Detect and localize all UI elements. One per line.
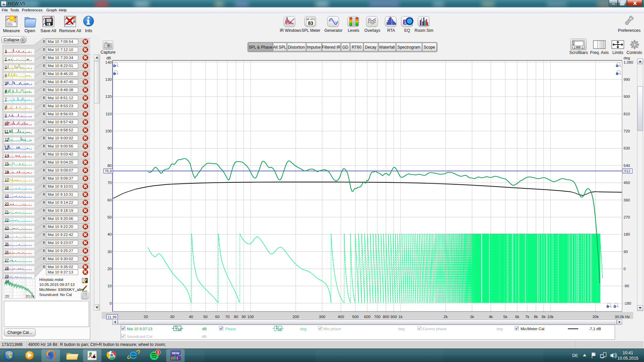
svg-text:deg: deg — [496, 327, 503, 331]
svg-text:Mai 10 7:20:34: Mai 10 7:20:34 — [48, 56, 73, 60]
svg-text:Soundcard: No Cal: Soundcard: No Cal — [39, 293, 72, 297]
svg-text:18: 18 — [5, 186, 9, 190]
svg-text:IR Windows: IR Windows — [280, 28, 301, 33]
svg-text:5k: 5k — [503, 315, 507, 319]
svg-text:28: 28 — [5, 266, 9, 270]
svg-text:19: 19 — [5, 194, 9, 198]
svg-text:15: 15 — [5, 162, 9, 166]
svg-text:30: 30 — [107, 250, 112, 254]
svg-text:Waterfall: Waterfall — [379, 45, 395, 50]
svg-text:Controls: Controls — [627, 50, 642, 55]
svg-text:12: 12 — [5, 137, 9, 141]
svg-text:Mai 10 7:12:10: Mai 10 7:12:10 — [48, 48, 73, 52]
svg-text:Mai 10 9:00:56: Mai 10 9:00:56 — [48, 144, 73, 148]
svg-text:Soundcard Cal: Soundcard Cal — [127, 335, 152, 339]
svg-text:-90: -90 — [624, 284, 629, 288]
svg-text:1: 1 — [175, 326, 177, 329]
svg-text:25: 25 — [5, 242, 9, 246]
svg-text:2: 2 — [5, 57, 7, 61]
svg-text:EQ: EQ — [404, 28, 410, 33]
svg-text:900: 900 — [390, 315, 397, 319]
svg-text:Remove All: Remove All — [59, 28, 81, 33]
svg-text:900: 900 — [624, 95, 630, 99]
svg-text:130: 130 — [105, 77, 112, 81]
svg-text:700: 700 — [374, 315, 380, 319]
svg-text:Impulse: Impulse — [307, 45, 321, 50]
svg-text:10.05.2015 09:37:13: 10.05.2015 09:37:13 — [39, 283, 75, 287]
svg-text:990: 990 — [624, 77, 630, 81]
svg-text:Mai 10 8:53:23: Mai 10 8:53:23 — [48, 104, 73, 108]
svg-text:14: 14 — [5, 154, 9, 158]
svg-text:1k: 1k — [398, 315, 402, 319]
svg-text:Mai 10 9:03:42: Mai 10 9:03:42 — [48, 152, 73, 156]
svg-text:1.080: 1.080 — [624, 60, 633, 64]
svg-text:Mai 10 9:20:06: Mai 10 9:20:06 — [48, 217, 73, 221]
svg-text:800: 800 — [383, 315, 389, 319]
svg-text:300: 300 — [319, 315, 325, 319]
svg-text:-7,1 dB: -7,1 dB — [589, 327, 601, 331]
svg-text:Mai 10 9:14:22: Mai 10 9:14:22 — [48, 200, 73, 204]
svg-text:Mai 10 9:09:37: Mai 10 9:09:37 — [48, 176, 73, 180]
svg-text:deg: deg — [300, 327, 306, 331]
svg-text:7k: 7k — [525, 315, 529, 319]
svg-text:20: 20 — [5, 202, 9, 206]
svg-text:Mai 10 7:05:54: Mai 10 7:05:54 — [48, 40, 73, 44]
svg-text:Levels: Levels — [348, 28, 360, 33]
svg-text:4k: 4k — [489, 315, 493, 319]
svg-text:50: 50 — [203, 315, 208, 319]
svg-text:Hörplatz.mdat: Hörplatz.mdat — [39, 278, 63, 282]
svg-text:V5.0: V5.0 — [178, 355, 182, 357]
svg-text:9: 9 — [5, 113, 7, 117]
svg-text:All SPL: All SPL — [273, 45, 286, 50]
svg-text:7: 7 — [5, 97, 7, 101]
svg-text:Overlays: Overlays — [364, 28, 380, 33]
svg-text:Mai 10 8:58:52: Mai 10 8:58:52 — [48, 128, 73, 132]
svg-text:1: 1 — [5, 49, 7, 53]
svg-text:Mai 10 9:37:13: Mai 10 9:37:13 — [48, 270, 73, 274]
svg-text:Change Cal...: Change Cal... — [7, 330, 32, 335]
svg-text:13: 13 — [5, 145, 9, 149]
svg-text:Mai 10 9:25:27: Mai 10 9:25:27 — [48, 249, 73, 253]
svg-text:540: 540 — [624, 164, 630, 168]
svg-text:10: 10 — [5, 121, 9, 125]
svg-text:-180: -180 — [624, 301, 631, 305]
svg-text:20,0k: 20,0k — [25, 294, 35, 298]
svg-text:Mai 10 9:35:02: Mai 10 9:35:02 — [48, 265, 73, 269]
svg-text:90: 90 — [241, 315, 246, 319]
svg-text:0: 0 — [110, 301, 112, 305]
svg-text:Mai 10 9:00:02: Mai 10 9:00:02 — [48, 136, 73, 140]
svg-text:20: 20 — [144, 315, 148, 319]
svg-text:DE: DE — [572, 353, 578, 358]
svg-text:600: 600 — [364, 315, 370, 319]
svg-text:180: 180 — [624, 232, 630, 236]
svg-text:Mai 10 8:56:03: Mai 10 8:56:03 — [48, 112, 73, 116]
svg-text:Spectrogram: Spectrogram — [397, 45, 421, 50]
svg-text:Room Sim: Room Sim — [415, 28, 433, 33]
svg-text:21: 21 — [5, 210, 9, 214]
svg-text:Limits: Limits — [612, 50, 624, 55]
svg-text:Distortion: Distortion — [288, 45, 305, 50]
svg-text:22: 22 — [5, 218, 9, 222]
svg-text:3: 3 — [5, 65, 7, 69]
svg-text:Mai 10 8:49:38: Mai 10 8:49:38 — [48, 88, 73, 92]
svg-text:8: 8 — [5, 105, 7, 109]
svg-text:0: 0 — [353, 17, 355, 20]
svg-text:Generator: Generator — [324, 28, 342, 33]
svg-text:Mai 10 8:46:20: Mai 10 8:46:20 — [48, 72, 73, 76]
svg-text:Info: Info — [85, 28, 92, 33]
svg-text:Mai 10 9:10:31: Mai 10 9:10:31 — [48, 192, 73, 196]
svg-text:Mai 10 8:51:12: Mai 10 8:51:12 — [48, 96, 73, 100]
svg-text:140: 140 — [105, 60, 112, 64]
svg-text:630: 630 — [624, 146, 630, 150]
svg-text:Mai 10 9:37:13: Mai 10 9:37:13 — [127, 327, 152, 331]
svg-text:Save All: Save All — [41, 28, 56, 33]
svg-text:10k: 10k — [547, 315, 554, 319]
svg-text:3: 3 — [157, 351, 159, 354]
svg-text:Excess phase: Excess phase — [423, 327, 447, 331]
svg-text:3k: 3k — [470, 315, 474, 319]
svg-text:20: 20 — [5, 294, 9, 298]
svg-text:Capture: Capture — [101, 50, 115, 55]
svg-text:30: 30 — [5, 279, 9, 283]
svg-text:200: 200 — [292, 315, 299, 319]
svg-text:83: 83 — [308, 20, 313, 26]
